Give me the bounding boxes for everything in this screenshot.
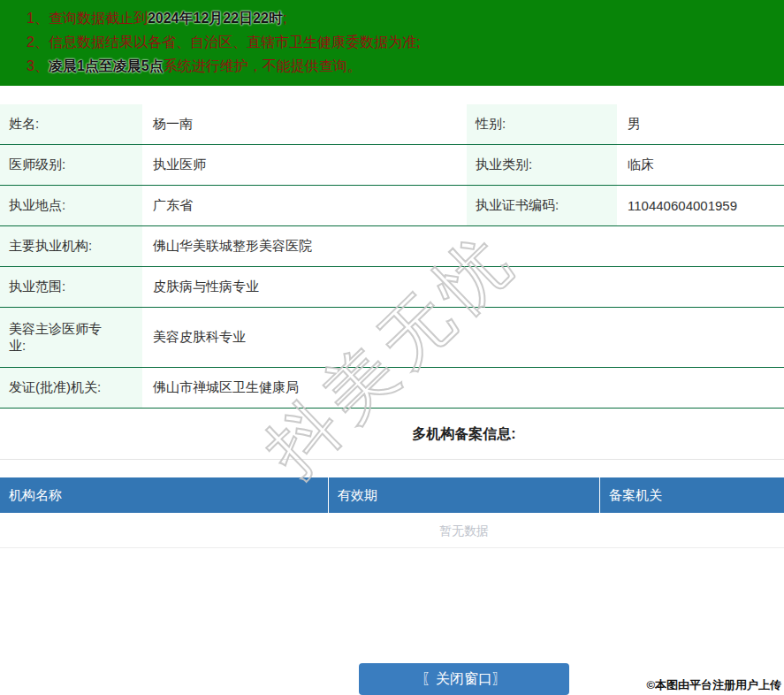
info-label: 姓名: — [0, 104, 142, 144]
info-value: 美容皮肤科专业 — [142, 308, 784, 367]
info-label: 执业类别: — [467, 145, 617, 185]
info-value: 皮肤病与性病专业 — [142, 267, 784, 307]
info-value: 执业医师 — [142, 145, 467, 185]
info-row: 发证(批准)机关:佛山市禅城区卫生健康局 — [0, 368, 784, 409]
notice-text: 查询数据截止到 — [49, 11, 148, 26]
page: 1、查询数据截止到2024年12月22日22时; 2、信息数据结果以各省、自治区… — [0, 0, 784, 695]
info-row: 执业范围:皮肤病与性病专业 — [0, 267, 784, 308]
info-label: 医师级别: — [0, 145, 142, 185]
info-row: 主要执业机构:佛山华美联城整形美容医院 — [0, 226, 784, 267]
notice-text: 系统进行维护，不能提供查询。 — [164, 58, 362, 73]
record-table-header: 机构名称 有效期 备案机关 — [0, 477, 784, 513]
info-row: 执业地点:广东省执业证书编码:110440604001959 — [0, 186, 784, 226]
info-value: 临床 — [617, 145, 784, 185]
info-label: 执业范围: — [0, 267, 142, 307]
info-label: 执业地点: — [0, 186, 142, 225]
empty-data-row: 暂无数据 — [0, 513, 784, 548]
close-window-button[interactable]: 〖关闭窗口〗 — [359, 663, 569, 695]
info-label: 发证(批准)机关: — [0, 368, 142, 408]
col-header-validity: 有效期 — [329, 477, 600, 513]
info-label: 美容主诊医师专 业: — [0, 308, 142, 367]
info-table: 姓名:杨一南性别:男医师级别:执业医师执业类别:临床执业地点:广东省执业证书编码… — [0, 104, 784, 409]
notice-line: 2、信息数据结果以各省、自治区、直辖市卫生健康委数据为准; — [27, 30, 784, 54]
info-label: 执业证书编码: — [467, 186, 617, 225]
col-header-filing-authority: 备案机关 — [600, 477, 784, 513]
notice-text: 信息数据结果以各省、自治区、直辖市卫生健康委数据为准; — [49, 34, 420, 50]
notice-text: ; — [283, 11, 286, 26]
info-value: 男 — [617, 104, 784, 144]
notice-highlight: 凌晨1点至凌晨5点 — [49, 58, 164, 73]
info-value: 110440604001959 — [617, 186, 784, 225]
notice-number: 2、 — [27, 34, 49, 50]
info-value: 广东省 — [142, 186, 467, 225]
info-row: 姓名:杨一南性别:男 — [0, 104, 784, 145]
section-title: 多机构备案信息: — [0, 424, 784, 444]
col-header-org-name: 机构名称 — [0, 477, 329, 513]
notice-highlight: 2024年12月22日22时 — [148, 11, 283, 26]
notice-line: 3、凌晨1点至凌晨5点系统进行维护，不能提供查询。 — [27, 54, 784, 78]
notice-number: 3、 — [27, 58, 49, 73]
info-label: 主要执业机构: — [0, 226, 142, 266]
info-row: 医师级别:执业医师执业类别:临床 — [0, 145, 784, 186]
notice-banner: 1、查询数据截止到2024年12月22日22时; 2、信息数据结果以各省、自治区… — [0, 0, 784, 86]
info-label: 性别: — [467, 104, 617, 144]
info-value: 佛山市禅城区卫生健康局 — [142, 368, 784, 408]
info-row: 美容主诊医师专 业:美容皮肤科专业 — [0, 308, 784, 368]
record-table: 机构名称 有效期 备案机关 暂无数据 — [0, 477, 784, 548]
copyright-watermark: ©本图由平台注册用户上传 — [646, 677, 781, 693]
info-value: 佛山华美联城整形美容医院 — [142, 226, 784, 266]
info-value: 杨一南 — [142, 104, 467, 144]
notice-number: 1、 — [27, 11, 49, 26]
section-divider — [0, 459, 784, 460]
notice-line: 1、查询数据截止到2024年12月22日22时; — [27, 6, 784, 30]
